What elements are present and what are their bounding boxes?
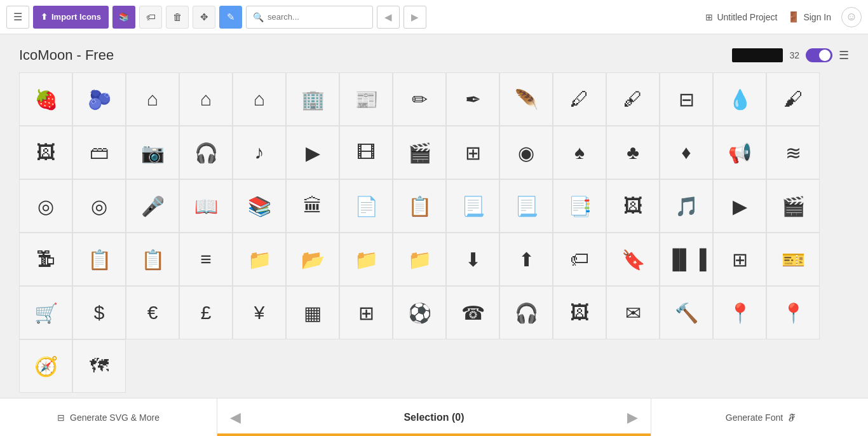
avatar-icon: ☺: [846, 10, 857, 24]
icon-pen[interactable]: 🖊: [553, 72, 606, 126]
icon-images[interactable]: 🗃: [72, 126, 126, 179]
delete-button[interactable]: 🗑: [166, 6, 189, 29]
edit-button[interactable]: ✎: [219, 6, 242, 29]
tag-button[interactable]: 🏷: [139, 6, 162, 29]
icon-newspaper[interactable]: 📰: [339, 72, 393, 126]
list-view-icon[interactable]: ☰: [839, 48, 849, 62]
icon-file-empty[interactable]: 📃: [446, 179, 499, 233]
search-bar: 🔍: [246, 6, 373, 29]
library-button[interactable]: 📚: [112, 6, 135, 29]
icon-tags[interactable]: 🔖: [606, 233, 660, 286]
icon-camera[interactable]: 📷: [126, 126, 179, 179]
icon-file-text[interactable]: 📄: [339, 179, 393, 233]
section-header: IcoMoon - Free 32 ☰: [19, 47, 849, 64]
search-input[interactable]: [268, 12, 363, 22]
icon-raspberry-pi[interactable]: 🍓: [19, 72, 72, 126]
icon-compass[interactable]: 🧭: [19, 339, 72, 393]
icon-clubs[interactable]: ♣: [606, 126, 660, 179]
icon-image[interactable]: 🖼: [19, 126, 72, 179]
icon-phone[interactable]: ☎: [446, 286, 499, 339]
icon-spades[interactable]: ♠: [553, 126, 606, 179]
icon-library[interactable]: 🏛: [286, 179, 339, 233]
icon-pencil2[interactable]: ✒: [446, 72, 499, 126]
icon-headphones[interactable]: 🎧: [179, 126, 233, 179]
icon-copy[interactable]: 📋: [72, 233, 126, 286]
icon-file-zip[interactable]: 🗜: [19, 233, 72, 286]
signin-icon: 🚪: [787, 11, 800, 23]
icon-feed[interactable]: ◎: [72, 179, 126, 233]
icon-envelope[interactable]: ✉: [606, 286, 660, 339]
icon-file-picture[interactable]: 🖼: [606, 179, 660, 233]
icon-music[interactable]: ♪: [233, 126, 286, 179]
icon-connection[interactable]: ◎: [19, 179, 72, 233]
icon-cart[interactable]: 🛒: [19, 286, 72, 339]
icon-file3[interactable]: 📑: [553, 179, 606, 233]
icon-home3[interactable]: ⌂: [233, 72, 286, 126]
icon-tag[interactable]: 🏷: [553, 233, 606, 286]
icon-folder-upload[interactable]: ⬆: [499, 233, 553, 286]
icon-video-camera[interactable]: 🎬: [393, 126, 446, 179]
icon-paintformat[interactable]: 🖌: [766, 72, 820, 126]
icon-paste[interactable]: 📋: [126, 233, 179, 286]
icon-dollar[interactable]: $: [72, 286, 126, 339]
icon-file-contact[interactable]: 📋: [393, 179, 446, 233]
trash-icon: 🗑: [173, 11, 182, 22]
icon-play[interactable]: ▶: [286, 126, 339, 179]
icon-book[interactable]: 📖: [179, 179, 233, 233]
icon-folder[interactable]: 📁: [233, 233, 286, 286]
icon-file2[interactable]: 📃: [499, 179, 553, 233]
icon-euro[interactable]: €: [126, 286, 179, 339]
icon-file-music[interactable]: 🎵: [660, 179, 713, 233]
back-button[interactable]: ◀: [377, 6, 400, 29]
icon-qrcode[interactable]: ⊞: [713, 233, 766, 286]
icon-office[interactable]: 🏢: [286, 72, 339, 126]
section-controls: 32 ☰: [732, 48, 849, 62]
icon-wifi[interactable]: ≋: [766, 126, 820, 179]
icon-film[interactable]: 🎞: [339, 126, 393, 179]
project-name[interactable]: ⊞ Untitled Project: [705, 12, 777, 22]
icon-pencil[interactable]: ✏: [393, 72, 446, 126]
move-button[interactable]: ✥: [193, 6, 215, 29]
icon-pen2[interactable]: 🖋: [606, 72, 660, 126]
icon-folder-open[interactable]: 📂: [286, 233, 339, 286]
icon-yen[interactable]: ¥: [233, 286, 286, 339]
icon-home2[interactable]: ⌂: [179, 72, 233, 126]
icon-location[interactable]: 📍: [713, 286, 766, 339]
icon-droplet[interactable]: 💧: [713, 72, 766, 126]
menu-button[interactable]: ☰: [6, 6, 29, 29]
icon-pacman[interactable]: ◉: [499, 126, 553, 179]
menu-icon: ☰: [13, 11, 22, 23]
icon-folder-minus[interactable]: 📁: [393, 233, 446, 286]
icon-portrait[interactable]: 🖼: [553, 286, 606, 339]
forward-button[interactable]: ▶: [403, 6, 426, 29]
icon-grid2[interactable]: ⊞: [339, 286, 393, 339]
icon-dropper[interactable]: ⊟: [660, 72, 713, 126]
icon-map[interactable]: 🗺: [72, 339, 126, 393]
icon-raspberry[interactable]: 🫐: [72, 72, 126, 126]
icon-feather[interactable]: 🪶: [499, 72, 553, 126]
icon-headset[interactable]: 🎧: [499, 286, 553, 339]
icon-books[interactable]: 📚: [233, 179, 286, 233]
icon-folder-download[interactable]: ⬇: [446, 233, 499, 286]
icon-diamonds[interactable]: ♦: [660, 126, 713, 179]
icon-barcode[interactable]: ▐▌▐: [660, 233, 713, 286]
icon-dice[interactable]: ⊞: [446, 126, 499, 179]
icon-stack[interactable]: ≡: [179, 233, 233, 286]
icon-location2[interactable]: 📍: [766, 286, 820, 339]
icon-grid[interactable]: ▦: [286, 286, 339, 339]
icon-ticket[interactable]: 🎫: [766, 233, 820, 286]
icon-file-play[interactable]: ▶: [713, 179, 766, 233]
icon-pound[interactable]: £: [179, 286, 233, 339]
icon-home[interactable]: ⌂: [126, 72, 179, 126]
icon-folder-plus[interactable]: 📁: [339, 233, 393, 286]
icon-mic[interactable]: 🎤: [126, 179, 179, 233]
color-swatch[interactable]: [732, 48, 783, 62]
icon-megaphone[interactable]: 📢: [713, 126, 766, 179]
icon-hammer[interactable]: 🔨: [660, 286, 713, 339]
signin-button[interactable]: 🚪 Sign In: [787, 11, 831, 23]
icon-file-video[interactable]: 🎬: [766, 179, 820, 233]
view-toggle[interactable]: [806, 48, 832, 62]
avatar[interactable]: ☺: [841, 7, 862, 27]
import-icons-button[interactable]: ⬆ Import Icons: [33, 6, 109, 29]
icon-soccer[interactable]: ⚽: [393, 286, 446, 339]
